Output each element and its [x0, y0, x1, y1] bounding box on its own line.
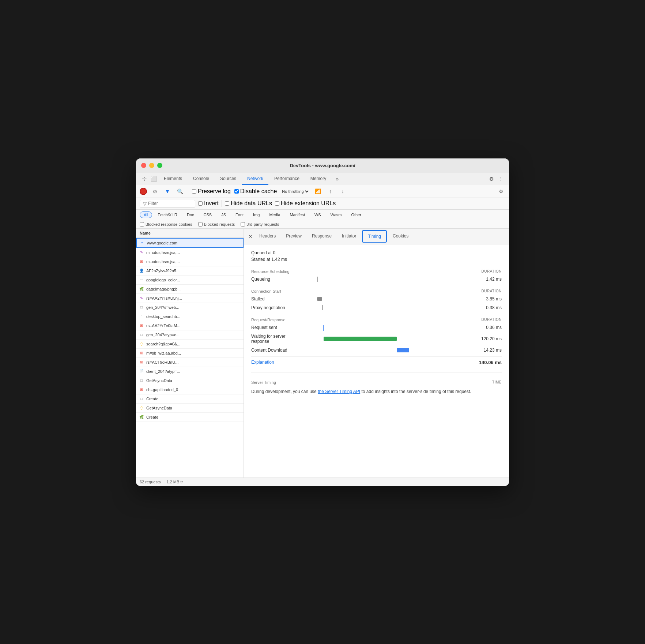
content-download-label: Content Download: [251, 348, 317, 353]
filter-icon[interactable]: ▼: [163, 187, 172, 196]
item-label: search?q&cp=0&...: [146, 342, 180, 346]
invert-checkbox[interactable]: [198, 201, 203, 206]
tab-performance[interactable]: Performance: [269, 173, 305, 185]
list-item[interactable]: ⊞ m=sb_wiz,aa,abd...: [136, 349, 244, 358]
type-btn-ws[interactable]: WS: [310, 211, 325, 218]
server-timing-api-link[interactable]: the Server Timing API: [318, 389, 360, 394]
leaf-icon: 🌿: [139, 287, 144, 292]
list-item[interactable]: □ gen_204?atyp=c...: [136, 330, 244, 340]
img5-icon: ⊞: [139, 387, 144, 392]
list-item[interactable]: ⊞ m=cdos,hsm,jsa,...: [136, 257, 244, 266]
type-btn-manifest[interactable]: Manifest: [286, 211, 309, 218]
third-party-checkbox[interactable]: [241, 222, 245, 226]
list-item[interactable]: {} search?q&cp=0&...: [136, 340, 244, 349]
upload-icon[interactable]: ↑: [326, 187, 335, 196]
more-tabs-icon[interactable]: »: [333, 175, 342, 183]
preserve-log-checkbox[interactable]: [192, 189, 196, 194]
list-item[interactable]: ✎ m=cdos,hsm,jsa,...: [136, 248, 244, 257]
selector-icon[interactable]: ⊹: [140, 175, 148, 183]
content-download-bar: [397, 348, 409, 352]
list-item[interactable]: 📄 client_204?atyp=...: [136, 367, 244, 376]
clear-icon[interactable]: ⊘: [151, 187, 159, 196]
detail-tab-timing[interactable]: Timing: [362, 230, 387, 243]
content-download-row: Content Download 14.23 ms: [251, 348, 502, 353]
type-btn-font[interactable]: Font: [231, 211, 248, 218]
list-item[interactable]: □ Create: [136, 394, 244, 404]
type-btn-css[interactable]: CSS: [200, 211, 216, 218]
list-item[interactable]: □ gen_204?s=web...: [136, 303, 244, 312]
tab-memory[interactable]: Memory: [305, 173, 331, 185]
total-row: Explanation 140.06 ms: [251, 356, 502, 365]
more-options-icon[interactable]: ⋮: [497, 175, 505, 183]
list-item[interactable]: ⊞ rs=ACT9oHBnU...: [136, 358, 244, 367]
list-item[interactable]: ⊞ cb=gapi.loaded_0: [136, 385, 244, 394]
list-item[interactable]: ⁚ desktop_searchb...: [136, 312, 244, 321]
hide-data-urls-item: Hide data URLs: [225, 200, 272, 207]
close-detail-button[interactable]: ✕: [247, 233, 254, 240]
detail-tab-preview[interactable]: Preview: [281, 231, 307, 242]
close-button[interactable]: [141, 163, 146, 168]
detail-tabs: ✕ Headers Preview Response Initiator Tim…: [244, 229, 509, 244]
detail-panel: ✕ Headers Preview Response Initiator Tim…: [244, 229, 509, 478]
list-item[interactable]: 🌿 Create: [136, 413, 244, 422]
type-btn-fetch[interactable]: Fetch/XHR: [154, 211, 181, 218]
detail-tab-response[interactable]: Response: [307, 231, 337, 242]
wifi-icon[interactable]: 📶: [313, 187, 322, 196]
list-item[interactable]: ⊞ rs=AA2YrTv0taM...: [136, 321, 244, 330]
list-item[interactable]: ··· googlelogo_color...: [136, 276, 244, 285]
type-btn-js[interactable]: JS: [217, 211, 230, 218]
hide-data-urls-checkbox[interactable]: [225, 201, 229, 206]
stalled-duration: 3.85 ms: [472, 296, 502, 302]
resource-scheduling-header: Resource Scheduling DURATION: [251, 269, 502, 274]
network-settings-icon[interactable]: ⚙: [497, 187, 505, 196]
tab-network[interactable]: Network: [242, 173, 268, 185]
item-label: rs=AA2YrTsXU5hj...: [146, 296, 182, 300]
type-btn-other[interactable]: Other: [347, 211, 365, 218]
server-timing-title: Server Timing: [251, 380, 276, 385]
search-icon[interactable]: 🔍: [176, 187, 184, 196]
img4-icon: ⊞: [139, 360, 144, 365]
list-item[interactable]: {} GetAsyncData: [136, 404, 244, 413]
type-btn-media[interactable]: Media: [265, 211, 284, 218]
content-download-duration: 14.23 ms: [472, 348, 502, 353]
settings-icon[interactable]: ⚙: [487, 175, 496, 183]
type-btn-wasm[interactable]: Wasm: [327, 211, 346, 218]
explanation-link[interactable]: Explanation: [251, 360, 274, 365]
leaf2-icon: 🌿: [139, 415, 144, 420]
detail-tab-cookies[interactable]: Cookies: [388, 231, 414, 242]
hide-ext-urls-checkbox[interactable]: [275, 201, 279, 206]
download-icon[interactable]: ↓: [338, 187, 347, 196]
list-item[interactable]: □ GetAsyncData: [136, 376, 244, 385]
proxy-duration: 0.38 ms: [472, 305, 502, 310]
separator-1: [188, 188, 188, 195]
page-icon: 📄: [139, 369, 144, 374]
detail-tab-initiator[interactable]: Initiator: [337, 231, 361, 242]
hide-ext-urls-item: Hide extension URLs: [275, 200, 336, 207]
detail-tab-headers[interactable]: Headers: [254, 231, 281, 242]
filter-input[interactable]: [148, 201, 192, 206]
type-btn-doc[interactable]: Doc: [183, 211, 198, 218]
throttle-select[interactable]: No throttling: [280, 189, 310, 194]
list-item[interactable]: 👤 AF2bZyivvJ92o5...: [136, 266, 244, 276]
maximize-button[interactable]: [157, 163, 162, 168]
device-icon[interactable]: ⬜: [149, 175, 158, 183]
type-btn-all[interactable]: All: [140, 211, 152, 218]
disable-cache-label: Disable cache: [240, 188, 277, 195]
record-button[interactable]: [140, 188, 147, 195]
item-label: cb=gapi.loaded_0: [146, 387, 178, 392]
blocked-cookies-checkbox[interactable]: [140, 222, 144, 226]
list-item[interactable]: ≡ www.google.com: [136, 238, 244, 248]
item-label: www.google.com: [147, 241, 177, 245]
tab-console[interactable]: Console: [188, 173, 214, 185]
minimize-button[interactable]: [149, 163, 154, 168]
server-timing-time-label: TIME: [492, 380, 502, 385]
item-label: m=cdos,hsm,jsa,...: [146, 250, 180, 255]
blocked-requests-checkbox[interactable]: [198, 222, 203, 226]
tab-sources[interactable]: Sources: [215, 173, 241, 185]
tab-elements[interactable]: Elements: [159, 173, 187, 185]
network-controls: ⊘ ▼ 🔍 Preserve log Disable cache No thro…: [136, 185, 509, 198]
list-item[interactable]: 🌿 data:image/png;b...: [136, 285, 244, 294]
disable-cache-checkbox[interactable]: [234, 189, 239, 194]
list-item[interactable]: ✎ rs=AA2YrTsXU5hj...: [136, 294, 244, 303]
type-btn-img[interactable]: Img: [249, 211, 264, 218]
